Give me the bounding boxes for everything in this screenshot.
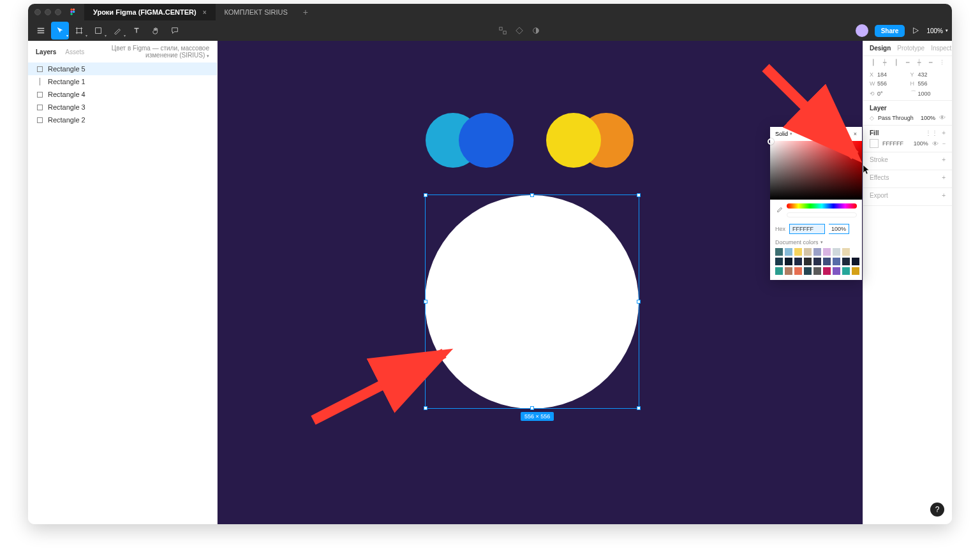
- add-stroke-icon[interactable]: +: [942, 156, 946, 163]
- present-button[interactable]: [911, 26, 920, 35]
- palette-swatch[interactable]: [794, 258, 802, 265]
- palette-swatch[interactable]: [852, 248, 859, 256]
- palette-swatch[interactable]: [833, 267, 840, 275]
- assets-tab[interactable]: Assets: [65, 48, 84, 55]
- palette-swatch[interactable]: [775, 248, 783, 256]
- prototype-tab[interactable]: Prototype: [897, 45, 924, 52]
- alpha-slider[interactable]: [787, 212, 857, 217]
- layer-row[interactable]: Rectangle 4: [28, 88, 217, 101]
- help-button[interactable]: ?: [930, 503, 944, 517]
- share-button[interactable]: Share: [875, 25, 905, 37]
- palette-swatch[interactable]: [813, 258, 821, 265]
- fill-swatch[interactable]: [870, 139, 879, 148]
- fill-styles-icon[interactable]: ⋮⋮: [925, 129, 938, 136]
- component-icon[interactable]: [498, 26, 507, 35]
- x-field[interactable]: X184: [870, 71, 905, 78]
- distribute-icon[interactable]: ⋮: [939, 59, 946, 66]
- blend-mode[interactable]: Pass Through: [878, 115, 917, 121]
- fill-hex[interactable]: FFFFFF: [882, 140, 910, 147]
- shape-blue-circle[interactable]: [459, 113, 514, 168]
- picker-styles-icon[interactable]: ◇: [844, 131, 849, 137]
- palette-swatch[interactable]: [813, 267, 821, 275]
- visibility-icon[interactable]: 👁: [939, 114, 946, 121]
- resize-handle[interactable]: [424, 193, 427, 197]
- palette-swatch[interactable]: [804, 248, 812, 256]
- hex-opacity-input[interactable]: [829, 224, 849, 234]
- palette-swatch[interactable]: [804, 267, 812, 275]
- palette-swatch[interactable]: [794, 267, 802, 275]
- pen-tool[interactable]: ▾: [108, 22, 126, 40]
- layer-row[interactable]: Rectangle 2: [28, 114, 217, 126]
- frame-tool[interactable]: ▾: [70, 22, 88, 40]
- traffic-max[interactable]: [55, 9, 61, 15]
- new-tab-button[interactable]: +: [297, 4, 315, 20]
- palette-swatch[interactable]: [852, 258, 859, 265]
- layer-opacity[interactable]: 100%: [921, 115, 935, 121]
- zoom-control[interactable]: 100%▾: [926, 27, 948, 34]
- rectangle-tool[interactable]: ▾: [89, 22, 107, 40]
- move-tool[interactable]: ▾: [51, 22, 69, 40]
- hue-slider[interactable]: [787, 203, 857, 209]
- fill-opacity[interactable]: 100%: [914, 140, 928, 147]
- align-left-icon[interactable]: ┃: [870, 59, 876, 66]
- align-right-icon[interactable]: ┃: [893, 59, 899, 66]
- layer-row[interactable]: Rectangle 3: [28, 101, 217, 114]
- text-tool[interactable]: [128, 22, 145, 40]
- boolean-icon[interactable]: [515, 26, 524, 35]
- palette-swatch[interactable]: [794, 248, 802, 256]
- blend-icon[interactable]: ◇: [870, 115, 874, 121]
- resize-handle[interactable]: [637, 406, 641, 410]
- resize-handle[interactable]: [424, 406, 427, 410]
- file-tab-active[interactable]: Уроки Figma (FIGMA.CENTER) ×: [84, 4, 216, 20]
- resize-handle[interactable]: [530, 193, 534, 197]
- align-bottom-icon[interactable]: ━: [928, 59, 934, 66]
- figma-logo-icon[interactable]: [69, 8, 78, 17]
- selection-box[interactable]: [425, 195, 639, 409]
- picker-saturation-field[interactable]: [770, 141, 862, 200]
- hand-tool[interactable]: [147, 22, 165, 40]
- traffic-min[interactable]: [45, 9, 51, 15]
- close-tab-icon[interactable]: ×: [203, 9, 207, 16]
- page-selector[interactable]: Цвет в Figma — стили, массовое изменение…: [93, 45, 209, 59]
- rotation-field[interactable]: ⟲0°: [870, 89, 905, 98]
- remove-fill-icon[interactable]: −: [942, 140, 946, 147]
- picker-close-icon[interactable]: ×: [854, 131, 857, 137]
- add-export-icon[interactable]: +: [942, 192, 946, 199]
- color-picker[interactable]: Solid▾ ◇ × Hex Document colors▾: [770, 127, 862, 280]
- palette-swatch[interactable]: [823, 267, 831, 275]
- user-avatar[interactable]: [856, 24, 868, 37]
- palette-swatch[interactable]: [833, 248, 840, 256]
- palette-swatch[interactable]: [823, 248, 831, 256]
- palette-swatch[interactable]: [842, 258, 850, 265]
- y-field[interactable]: Y432: [910, 71, 946, 78]
- picker-mode-select[interactable]: Solid▾: [775, 131, 792, 137]
- palette-swatch[interactable]: [823, 258, 831, 265]
- add-effect-icon[interactable]: +: [942, 174, 946, 181]
- palette-swatch[interactable]: [842, 248, 850, 256]
- layer-row[interactable]: Rectangle 5: [28, 62, 217, 75]
- doc-colors-title[interactable]: Document colors▾: [775, 239, 857, 246]
- resize-handle[interactable]: [530, 406, 534, 410]
- comment-tool[interactable]: [166, 22, 184, 40]
- layer-row[interactable]: Rectangle 1: [28, 75, 217, 88]
- palette-swatch[interactable]: [833, 258, 840, 265]
- palette-swatch[interactable]: [785, 267, 792, 275]
- align-top-icon[interactable]: ━: [904, 59, 910, 66]
- design-tab[interactable]: Design: [870, 45, 891, 52]
- menu-button[interactable]: [32, 22, 50, 40]
- palette-swatch[interactable]: [852, 267, 859, 275]
- palette-swatch[interactable]: [785, 258, 792, 265]
- palette-swatch[interactable]: [804, 258, 812, 265]
- shape-yellow-circle[interactable]: [546, 113, 601, 168]
- palette-swatch[interactable]: [842, 267, 850, 275]
- hex-input[interactable]: [789, 224, 825, 234]
- fill-row[interactable]: FFFFFF 100% 👁 −: [870, 139, 946, 148]
- palette-swatch[interactable]: [813, 248, 821, 256]
- w-field[interactable]: W556: [870, 80, 905, 87]
- align-vcenter-icon[interactable]: ┿: [916, 59, 923, 66]
- resize-handle[interactable]: [424, 300, 427, 304]
- file-tab[interactable]: КОМПЛЕКТ SIRIUS: [216, 4, 297, 20]
- inspect-tab[interactable]: Inspect: [931, 45, 951, 52]
- fill-visibility-icon[interactable]: 👁: [932, 140, 939, 147]
- eyedropper-icon[interactable]: [775, 207, 783, 214]
